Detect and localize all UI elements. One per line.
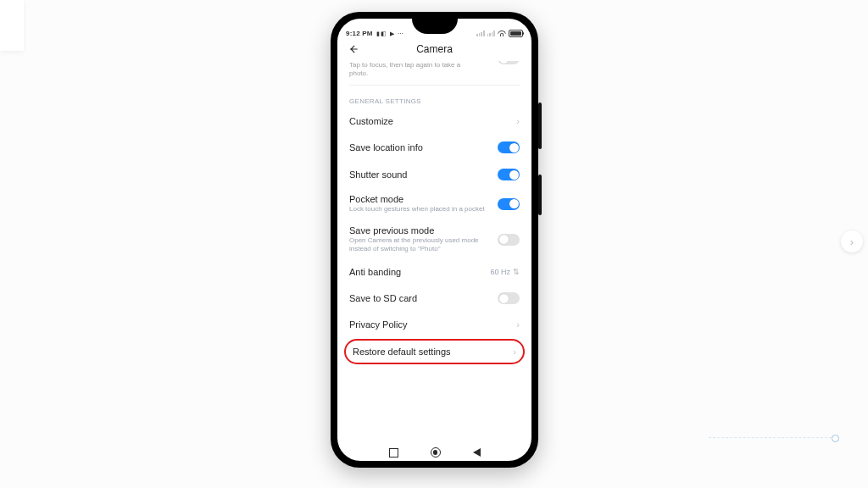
row-description: Open Camera at the previously used mode … bbox=[349, 236, 498, 253]
row-privacy-policy[interactable]: Privacy Policy › bbox=[337, 312, 531, 337]
toggle-save-previous-mode[interactable] bbox=[498, 234, 520, 246]
chevron-right-icon: › bbox=[516, 319, 520, 330]
row-save-to-sd-card[interactable]: Save to SD card bbox=[337, 285, 531, 312]
highlight-ring: Restore default settings › bbox=[344, 339, 525, 364]
toggle-pocket-mode[interactable] bbox=[498, 198, 520, 210]
row-label: Save location info bbox=[349, 142, 498, 152]
decoration-line bbox=[709, 437, 836, 440]
phone-side-button-upper bbox=[538, 103, 542, 149]
prev-item-cutoff: Tap to focus, then tap again to take a p… bbox=[337, 61, 531, 85]
row-label: Pocket mode bbox=[349, 194, 498, 204]
signal-icon-2 bbox=[487, 30, 495, 36]
row-label: Shutter sound bbox=[349, 169, 498, 180]
row-label: Save previous mode bbox=[349, 225, 498, 236]
row-pocket-mode[interactable]: Pocket mode Lock touch gestures when pla… bbox=[337, 188, 531, 219]
phone-screen: 9:12 PM ▮◧ ▶ ⋯ Camera bbox=[337, 19, 531, 461]
row-shutter-sound[interactable]: Shutter sound bbox=[337, 161, 531, 188]
signal-icon bbox=[476, 30, 484, 36]
page-edge-decoration bbox=[0, 0, 24, 51]
battery-icon bbox=[509, 30, 523, 37]
chevron-right-icon: › bbox=[516, 116, 520, 126]
row-save-location-info[interactable]: Save location info bbox=[337, 134, 531, 161]
wifi-icon bbox=[498, 30, 506, 36]
settings-scroll-area[interactable]: Tap to focus, then tap again to take a p… bbox=[337, 61, 531, 444]
anti-banding-value: 60 Hz bbox=[490, 268, 510, 276]
status-notification-icons: ▮◧ ▶ ⋯ bbox=[376, 30, 404, 37]
row-customize[interactable]: Customize › bbox=[337, 108, 531, 134]
status-time: 9:12 PM bbox=[346, 30, 373, 37]
nav-back-button[interactable] bbox=[473, 448, 481, 457]
row-label: Customize bbox=[349, 116, 511, 126]
toggle-shutter-sound[interactable] bbox=[498, 169, 520, 180]
row-label: Anti banding bbox=[349, 267, 485, 277]
up-down-icon: ⇅ bbox=[513, 268, 520, 276]
phone-frame: 9:12 PM ▮◧ ▶ ⋯ Camera bbox=[331, 12, 538, 468]
toggle-save-to-sd-card[interactable] bbox=[498, 292, 520, 304]
row-save-previous-mode[interactable]: Save previous mode Open Camera at the pr… bbox=[337, 219, 531, 259]
android-nav-bar bbox=[337, 444, 531, 461]
chevron-right-icon: › bbox=[513, 347, 516, 357]
row-label: Privacy Policy bbox=[349, 319, 511, 330]
section-divider bbox=[349, 85, 520, 86]
row-restore-default-settings[interactable]: Restore default settings › bbox=[346, 341, 523, 363]
prev-item-toggle[interactable] bbox=[498, 61, 520, 64]
row-anti-banding[interactable]: Anti banding 60 Hz ⇅ bbox=[337, 259, 531, 285]
row-label: Save to SD card bbox=[349, 293, 498, 303]
phone-side-button-lower bbox=[538, 175, 542, 215]
nav-home-button[interactable] bbox=[431, 447, 441, 458]
row-label: Restore default settings bbox=[353, 347, 508, 357]
app-header: Camera bbox=[337, 37, 531, 61]
carousel-next-button[interactable]: › bbox=[841, 230, 863, 252]
toggle-save-location-info[interactable] bbox=[498, 141, 520, 153]
page-title: Camera bbox=[346, 43, 523, 55]
row-description: Lock touch gestures when placed in a poc… bbox=[349, 205, 498, 214]
nav-recent-button[interactable] bbox=[389, 448, 398, 458]
section-label-general: GENERAL SETTINGS bbox=[337, 89, 531, 108]
